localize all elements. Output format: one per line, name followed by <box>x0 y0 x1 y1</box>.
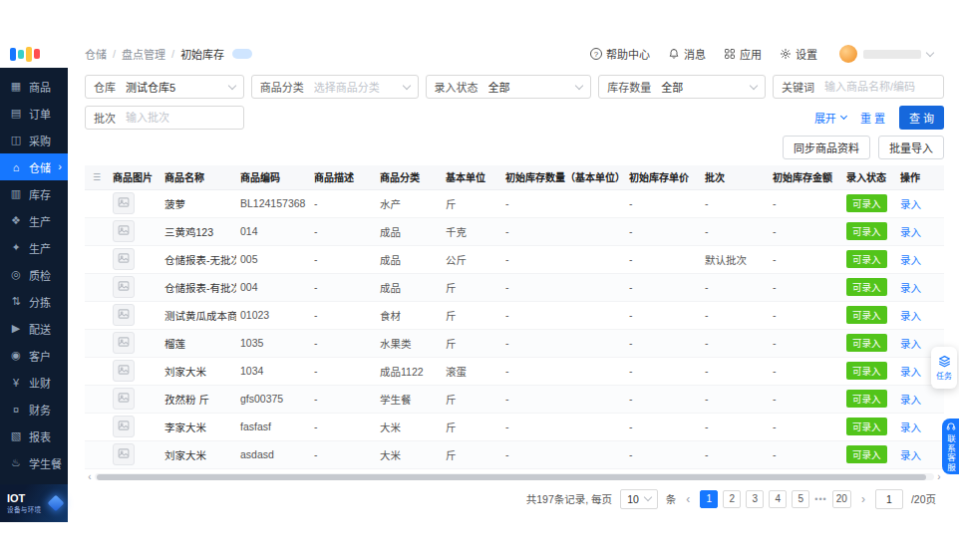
status-cell: 可录入 <box>842 245 896 273</box>
sidebar-item-customers[interactable]: ◉客户 <box>0 342 68 369</box>
entry-action-link[interactable]: 录入 <box>900 310 921 322</box>
expand-filters-button[interactable]: 展开 <box>814 110 846 126</box>
filter-input[interactable] <box>126 112 235 124</box>
tasks-widget[interactable]: 任务 <box>931 347 957 389</box>
action-cell: 录入 <box>896 217 944 245</box>
page-button[interactable]: 4 <box>769 490 787 508</box>
sidebar-item-purchase[interactable]: ◫采购 <box>0 127 68 153</box>
contact-support-label: 联系客服 <box>945 434 957 472</box>
sidebar-item-warehouse[interactable]: ⌂仓储› <box>0 153 68 180</box>
table-toolbar: 同步商品资料 批量导入 <box>85 136 944 159</box>
cell-price: - <box>625 301 701 329</box>
sidebar-item-orders[interactable]: ▤订单 <box>0 100 68 127</box>
page-button[interactable]: 1 <box>700 490 718 508</box>
status-cell: 可录入 <box>842 189 896 217</box>
sidebar-item-production-2[interactable]: ✦生产 <box>0 234 68 261</box>
batch-import-button[interactable]: 批量导入 <box>878 136 944 159</box>
page-button[interactable]: 3 <box>746 490 764 508</box>
scroll-right-icon[interactable]: › <box>934 471 944 483</box>
sidebar-item-goods[interactable]: ▦商品 <box>0 73 68 100</box>
reset-button[interactable]: 重 置 <box>860 110 885 126</box>
filter-category[interactable]: 商品分类选择商品分类 <box>251 75 419 99</box>
user-avatar[interactable] <box>839 45 857 63</box>
brand-logo <box>0 40 68 68</box>
scrollbar-thumb[interactable] <box>97 474 926 480</box>
user-menu[interactable] <box>839 45 933 63</box>
entry-action-link[interactable]: 录入 <box>900 366 921 378</box>
cell-desc: - <box>310 329 376 357</box>
sidebar-item-label: 客户 <box>29 348 51 364</box>
cell-amount: - <box>769 440 842 468</box>
purchase-icon: ◫ <box>10 134 22 146</box>
page-jump-input[interactable] <box>875 489 903 509</box>
sync-products-button[interactable]: 同步商品资料 <box>783 136 870 159</box>
contact-support-button[interactable]: 联系客服 <box>942 419 959 474</box>
filter-stock-qty[interactable]: 库存数量全部 <box>598 75 766 99</box>
entry-action-link[interactable]: 录入 <box>900 226 921 238</box>
cell-amount: - <box>769 245 842 273</box>
column-settings-icon[interactable]: ☰ <box>85 165 109 189</box>
cell-code: 1034 <box>236 357 310 385</box>
entry-action-link[interactable]: 录入 <box>900 282 921 294</box>
pagination-total: 共197条记录, 每页 <box>526 491 612 506</box>
sidebar-item-sorting[interactable]: ⇅分拣 <box>0 288 68 315</box>
product-image-cell <box>109 413 160 440</box>
scroll-left-icon[interactable]: ‹ <box>85 471 95 483</box>
filter-input[interactable] <box>824 81 935 93</box>
cell-unit: 斤 <box>442 301 501 329</box>
sidebar-item-quality[interactable]: ◎质检 <box>0 261 68 288</box>
sidebar-item-student-meal[interactable]: ♨学生餐 <box>0 449 68 476</box>
cell-batch: - <box>701 329 769 357</box>
page-button[interactable]: 20 <box>832 490 851 508</box>
horizontal-scrollbar[interactable]: ‹ › <box>85 471 944 483</box>
cell-amount: - <box>769 301 842 329</box>
entry-action-link[interactable]: 录入 <box>900 254 921 266</box>
page-button[interactable]: 5 <box>792 490 809 508</box>
cell-qty: - <box>501 273 625 301</box>
search-button[interactable]: 查 询 <box>899 106 944 130</box>
page-button[interactable]: 2 <box>723 490 741 508</box>
sidebar-item-reports[interactable]: ▧报表 <box>0 422 68 449</box>
scrollbar-track[interactable] <box>95 473 934 480</box>
breadcrumb-item[interactable]: 盘点管理 <box>122 46 165 62</box>
page-size-select[interactable]: 10 <box>620 489 658 509</box>
entry-action-link[interactable]: 录入 <box>900 394 921 406</box>
filter-keyword[interactable]: 关键词 <box>773 75 944 99</box>
table-row: 李家大米fasfasf-大米斤----可录入录入 <box>85 413 944 440</box>
entry-action-link[interactable]: 录入 <box>900 449 921 461</box>
cell-code: 004 <box>236 273 310 301</box>
iot-widget[interactable]: IOT 设备与环境 <box>0 484 68 522</box>
entry-action-link[interactable]: 录入 <box>900 338 921 350</box>
entry-action-link[interactable]: 录入 <box>900 198 921 210</box>
sidebar-item-production[interactable]: ❖生产 <box>0 207 68 234</box>
cell-qty: - <box>501 385 625 413</box>
breadcrumb-item[interactable]: 仓储 <box>85 46 107 62</box>
expand-label: 展开 <box>814 110 836 126</box>
nav-bell[interactable]: 消息 <box>668 46 706 62</box>
sidebar-item-business-finance[interactable]: ¥业财 <box>0 369 68 396</box>
action-cell: 录入 <box>896 385 944 413</box>
status-cell: 可录入 <box>842 440 896 468</box>
sidebar-item-finance[interactable]: ¤财务 <box>0 396 68 422</box>
filter-batch[interactable]: 批次 <box>85 106 244 130</box>
sidebar-item-label: 配送 <box>29 321 51 337</box>
nav-gear[interactable]: 设置 <box>780 46 817 62</box>
nav-apps[interactable]: 应用 <box>724 46 762 62</box>
sidebar-item-delivery[interactable]: ▶配送 <box>0 315 68 342</box>
sidebar-item-inventory[interactable]: ▥库存 <box>0 180 68 207</box>
filter-entry-status[interactable]: 录入状态全部 <box>426 75 592 99</box>
iot-text: IOT 设备与环境 <box>7 492 42 514</box>
cube-icon <box>47 495 64 512</box>
sidebar-nav: ▦商品▤订单◫采购⌂仓储›▥库存❖生产✦生产◎质检⇅分拣▶配送◉客户¥业财¤财务… <box>0 68 68 476</box>
cell-name: 榴莲 <box>160 329 236 357</box>
filter-value: 测试仓库5 <box>126 79 223 95</box>
nav-help[interactable]: ?帮助中心 <box>590 46 650 62</box>
sidebar-item-label: 财务 <box>29 402 51 418</box>
entry-action-link[interactable]: 录入 <box>900 421 921 433</box>
prev-page-button[interactable]: ‹ <box>684 492 692 506</box>
cell-desc: - <box>310 189 376 217</box>
next-page-button[interactable]: › <box>859 492 867 506</box>
logo-shape <box>10 48 16 61</box>
cell-batch: - <box>701 301 769 329</box>
filter-warehouse[interactable]: 仓库测试仓库5 <box>85 75 244 99</box>
